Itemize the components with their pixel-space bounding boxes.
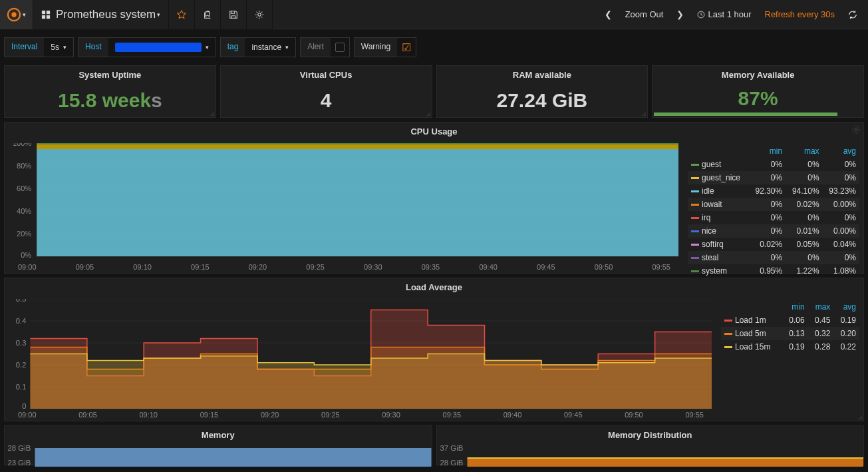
refresh-label: Refresh every 30s [765, 9, 835, 19]
mem-avail-bar [654, 113, 837, 116]
dashboard-picker[interactable]: Prometheus system ▾ [33, 0, 169, 29]
panel-title: RAM available [437, 66, 648, 84]
memory-chart: 28 GiB 23 GiB [5, 444, 432, 467]
panel-memory-distribution[interactable]: Memory Distribution 37 GiB 28 GiB [436, 425, 865, 465]
vcpu-value: 4 [221, 84, 432, 117]
svg-point-6 [258, 13, 261, 15]
svg-rect-5 [47, 15, 50, 18]
legend-row[interactable]: idle92.30%94.10%93.23% [688, 184, 859, 198]
var-tag-label[interactable]: tag [221, 38, 245, 57]
panel-memory-available[interactable]: Memory Available 87% [652, 65, 864, 118]
time-range-picker[interactable]: Last 1 hour [690, 0, 758, 29]
load-average-chart: 0.5 0.4 0.3 0.2 0.1 0 [10, 299, 712, 409]
svg-text:0.3: 0.3 [16, 339, 27, 347]
grafana-logo-icon [7, 7, 21, 22]
legend-row[interactable]: softirq0.02%0.05%0.04% [688, 238, 859, 251]
zoom-out-label: Zoom Out [625, 9, 664, 19]
cpu-usage-chart: 100% 80% 60% 40% 20% 0% [10, 143, 678, 262]
share-button[interactable] [195, 0, 221, 29]
panel-cpu-usage[interactable]: CPU Usage 100% 80% 60% 40% 20% 0% [4, 122, 864, 274]
panel-title: Virtual CPUs [221, 66, 432, 84]
var-tag-dropdown[interactable]: instance▾ [245, 38, 295, 57]
var-host-dropdown[interactable]: ▾ [108, 38, 216, 57]
panel-load-average[interactable]: Load Average 0.5 0.4 0.3 0.2 0.1 0 09:00… [4, 278, 864, 421]
panel-title: Load Average [5, 278, 863, 296]
legend-row[interactable]: nice0%0.01%0.00% [688, 224, 859, 238]
clock-icon [697, 11, 705, 19]
refresh-icon [848, 10, 857, 19]
load-legend: minmaxavgLoad 1m0.060.450.19Load 5m0.130… [717, 296, 863, 423]
svg-text:28 GiB: 28 GiB [8, 444, 31, 452]
cpu-legend: minmaxavgguest0%0%0%guest_nice0%0%0%idle… [684, 140, 863, 295]
svg-text:80%: 80% [17, 162, 31, 170]
legend-row[interactable]: system0.95%1.22%1.08% [688, 264, 859, 278]
checkmark-icon: ☑ [402, 41, 411, 54]
panel-system-uptime[interactable]: System Uptime 15.8 weeks [4, 65, 216, 118]
refresh-button[interactable] [841, 0, 864, 29]
time-back-button[interactable]: ❮ [598, 0, 619, 29]
svg-text:60%: 60% [17, 184, 31, 192]
x-axis-ticks: 09:0009:0509:1009:1509:2009:2509:3009:35… [10, 409, 712, 420]
legend-row[interactable]: Load 15m0.190.280.22 [721, 340, 859, 354]
svg-rect-39 [35, 448, 432, 467]
mem-avail-value: 87% [652, 84, 863, 113]
legend-row[interactable]: guest0%0%0% [688, 158, 859, 171]
var-warning-label: Warning [355, 38, 397, 57]
svg-rect-4 [42, 15, 45, 18]
x-axis-ticks: 09:0009:0509:1009:1509:2009:2509:3009:35… [10, 262, 678, 272]
ram-value: 27.24 GiB [437, 84, 648, 117]
top-navbar: ▾ Prometheus system ▾ ❮ Zoom Out ❯ Last … [0, 0, 868, 29]
refresh-interval-picker[interactable]: Refresh every 30s [758, 0, 842, 29]
svg-point-1 [11, 12, 16, 17]
svg-rect-3 [47, 10, 50, 13]
share-icon [203, 10, 212, 19]
var-interval-label[interactable]: Interval [5, 38, 44, 57]
panel-title: System Uptime [5, 66, 216, 84]
var-interval-dropdown[interactable]: 5s▾ [44, 38, 73, 57]
time-forward-button[interactable]: ❯ [670, 0, 690, 29]
svg-rect-43 [467, 457, 863, 459]
legend-row[interactable]: Load 1m0.060.450.19 [721, 314, 859, 327]
svg-point-9 [853, 126, 860, 134]
gear-icon [255, 10, 264, 19]
legend-row[interactable]: Load 5m0.130.320.20 [721, 327, 859, 340]
settings-button[interactable] [247, 0, 273, 29]
dashboard-title: Prometheus system [56, 8, 156, 21]
var-alert-checkbox[interactable] [331, 38, 349, 57]
star-button[interactable] [169, 0, 195, 29]
svg-text:0: 0 [22, 402, 26, 409]
svg-rect-16 [37, 149, 678, 256]
legend-row[interactable]: iowait0%0.02%0.00% [688, 198, 859, 211]
panel-memory[interactable]: Memory 28 GiB 23 GiB [4, 425, 432, 465]
panel-virtual-cpus[interactable]: Virtual CPUs 4 [220, 65, 432, 118]
caret-down-icon: ▾ [23, 11, 26, 18]
legend-row[interactable]: steal0%0%0% [688, 251, 859, 264]
panel-menu-icon[interactable] [851, 125, 861, 134]
dashboard-grid-icon [41, 10, 51, 19]
grafana-logo-menu[interactable]: ▾ [0, 0, 33, 29]
caret-down-icon: ▾ [157, 11, 160, 18]
svg-rect-2 [42, 10, 45, 13]
panel-title: Memory Available [652, 66, 863, 84]
svg-text:0.4: 0.4 [16, 317, 27, 325]
svg-text:100%: 100% [13, 143, 31, 147]
save-button[interactable] [221, 0, 247, 29]
zoom-out-button[interactable]: Zoom Out [619, 0, 670, 29]
svg-rect-18 [37, 143, 678, 144]
svg-text:37 GiB: 37 GiB [440, 444, 463, 452]
svg-point-8 [855, 128, 857, 131]
uptime-value: 15.8 week [58, 89, 151, 112]
save-icon [229, 10, 238, 19]
legend-row[interactable]: guest_nice0%0%0% [688, 171, 859, 184]
panel-title: Memory [5, 426, 432, 444]
var-warning-checkbox[interactable]: ☑ [397, 38, 416, 57]
svg-text:0.1: 0.1 [16, 383, 27, 391]
chevron-right-icon: ❯ [676, 9, 684, 19]
panel-ram-available[interactable]: RAM available 27.24 GiB [436, 65, 649, 118]
var-alert-label: Alert [301, 38, 331, 57]
time-range-label: Last 1 hour [708, 9, 751, 19]
redacted-host [115, 43, 202, 52]
legend-row[interactable]: irq0%0%0% [688, 211, 859, 224]
chevron-left-icon: ❮ [605, 9, 612, 19]
var-host-label[interactable]: Host [78, 38, 108, 57]
